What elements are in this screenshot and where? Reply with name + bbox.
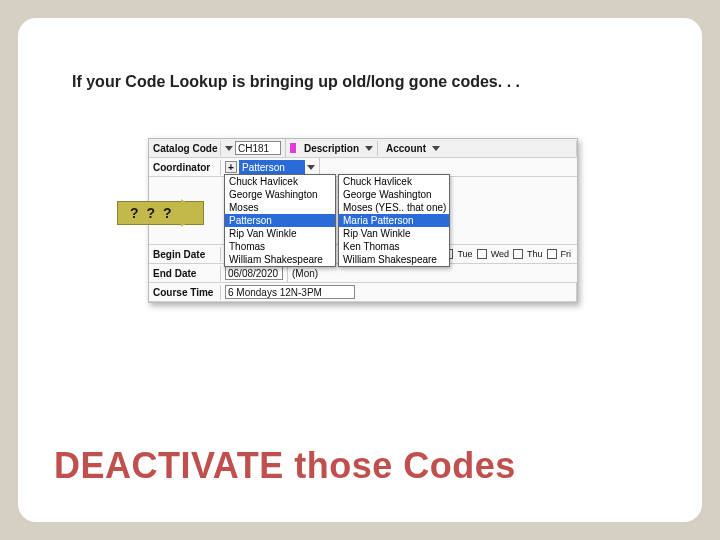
slide-heading: If your Code Lookup is bringing up old/l… bbox=[72, 73, 520, 91]
checkbox-thu[interactable] bbox=[513, 249, 523, 259]
marker-icon bbox=[290, 143, 296, 153]
dropdown-option[interactable]: William Shakespeare bbox=[225, 253, 335, 266]
catalog-label: Catalog Code bbox=[149, 141, 221, 156]
dropdown-option[interactable]: Thomas bbox=[225, 240, 335, 253]
slide-card: If your Code Lookup is bringing up old/l… bbox=[18, 18, 702, 522]
course-time-label: Course Time bbox=[149, 285, 221, 300]
coordinator-input[interactable]: Patterson bbox=[239, 160, 305, 174]
dropdown-option[interactable]: Ken Thomas bbox=[339, 240, 449, 253]
dropdown-option[interactable]: Moses (YES.. that one) bbox=[339, 201, 449, 214]
dropdown-option[interactable]: George Washington bbox=[225, 188, 335, 201]
dropdown-option[interactable]: Chuck Havlicek bbox=[339, 175, 449, 188]
end-date-input[interactable]: 06/08/2020 bbox=[225, 266, 283, 280]
dropdown-option[interactable]: Chuck Havlicek bbox=[225, 175, 335, 188]
dropdown-icon[interactable] bbox=[432, 146, 440, 151]
end-date-day: (Mon) bbox=[292, 268, 318, 279]
dropdown-option[interactable]: Rip Van Winkle bbox=[225, 227, 335, 240]
dropdown-option[interactable]: Maria Patterson bbox=[339, 214, 449, 227]
account-label: Account bbox=[382, 143, 430, 154]
end-date-label: End Date bbox=[149, 266, 221, 281]
dropdown-option[interactable]: Patterson bbox=[225, 214, 335, 227]
dropdown-option[interactable]: George Washington bbox=[339, 188, 449, 201]
checkbox-fri[interactable] bbox=[547, 249, 557, 259]
begin-date-label: Begin Date bbox=[149, 247, 221, 262]
dropdown-option[interactable]: Moses bbox=[225, 201, 335, 214]
coordinator-dropdown-codes[interactable]: Chuck HavlicekGeorge WashingtonMosesPatt… bbox=[224, 174, 336, 267]
dropdown-option[interactable]: William Shakespeare bbox=[339, 253, 449, 266]
dropdown-icon[interactable] bbox=[365, 146, 373, 151]
coordinator-label: Coordinator bbox=[149, 160, 221, 175]
arrow-right-icon bbox=[181, 199, 203, 227]
slide-title: DEACTIVATE those Codes bbox=[54, 445, 516, 487]
callout-arrow: ? ? ? bbox=[117, 201, 204, 225]
dropdown-icon[interactable] bbox=[307, 165, 315, 170]
course-time-input[interactable]: 6 Mondays 12N-3PM bbox=[225, 285, 355, 299]
dropdown-panels: Chuck HavlicekGeorge WashingtonMosesPatt… bbox=[224, 174, 450, 267]
callout-text: ? ? ? bbox=[118, 205, 181, 221]
description-label: Description bbox=[300, 143, 363, 154]
checkbox-wed[interactable] bbox=[477, 249, 487, 259]
dropdown-icon[interactable] bbox=[225, 146, 233, 151]
dropdown-option[interactable]: Rip Van Winkle bbox=[339, 227, 449, 240]
coordinator-dropdown-names[interactable]: Chuck HavlicekGeorge WashingtonMoses (YE… bbox=[338, 174, 450, 267]
catalog-input[interactable]: CH181 bbox=[235, 141, 281, 155]
expand-button[interactable]: + bbox=[225, 161, 237, 173]
